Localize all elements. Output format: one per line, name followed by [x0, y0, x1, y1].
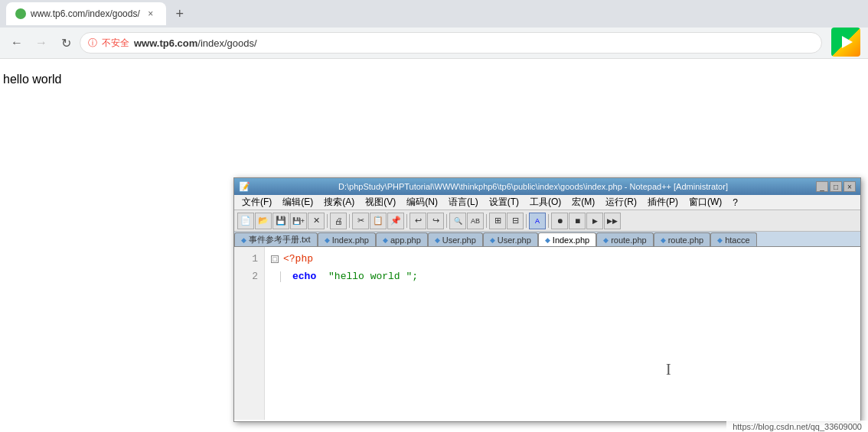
npp-tab-htaccess[interactable]: ◆ htacce	[710, 232, 756, 246]
tab-label-htaccess: htacce	[725, 235, 749, 245]
php-open-tag: <?php	[283, 250, 313, 268]
toolbar-cut[interactable]: ✂	[352, 213, 369, 229]
text-cursor: I	[666, 361, 671, 378]
toolbar-new[interactable]: 📄	[237, 213, 254, 229]
url-prefix: www.tp6.com	[134, 37, 197, 49]
toolbar-redo[interactable]: ↪	[427, 213, 444, 229]
toolbar-macro-rec[interactable]: ⏺	[551, 213, 568, 229]
toolbar-open[interactable]: 📂	[255, 213, 272, 229]
toolbar-zoom-out[interactable]: ⊟	[507, 213, 524, 229]
toolbar-save-all[interactable]: 💾+	[290, 213, 307, 229]
fold-line	[280, 271, 283, 282]
menu-language[interactable]: 语言(L)	[444, 196, 483, 209]
npp-tab-route1[interactable]: ◆ route.php	[596, 232, 653, 246]
extensions-area	[831, 28, 862, 58]
menu-run[interactable]: 运行(R)	[601, 196, 641, 209]
menu-plugins[interactable]: 插件(P)	[643, 196, 683, 209]
menu-help[interactable]: ?	[728, 197, 742, 208]
code-line-1: □ <?php	[271, 250, 854, 268]
tab-icon-htaccess: ◆	[717, 236, 723, 244]
toolbar-macro-play[interactable]: ▶	[586, 213, 603, 229]
tab-label-index1: Index.php	[332, 235, 369, 245]
tab-label-user1: User.php	[442, 235, 476, 245]
tab-icon-index1: ◆	[325, 236, 330, 244]
echo-keyword: echo	[292, 268, 316, 285]
toolbar-copy[interactable]: 📋	[370, 213, 387, 229]
line-number-2: 2	[240, 268, 258, 285]
menu-view[interactable]: 视图(V)	[361, 196, 400, 209]
page-content: hello world 📝 D:\phpStudy\PHPTutorial\WW…	[0, 59, 868, 432]
npp-tab-app[interactable]: ◆ app.php	[376, 232, 428, 246]
toolbar-sep6	[526, 214, 527, 228]
npp-code-area[interactable]: □ <?php echo "hello world ";	[265, 247, 860, 420]
toolbar-sep2	[349, 214, 350, 228]
toolbar-macro-stop[interactable]: ⏹	[569, 213, 586, 229]
toolbar-sep4	[446, 214, 447, 228]
npp-window-controls: _ □ ×	[816, 181, 856, 192]
tab-label-app: app.php	[390, 235, 421, 245]
browser-status-bar: https://blog.csdn.net/qq_33609000	[726, 421, 868, 432]
tab-icon-shijian: ◆	[241, 236, 246, 244]
hello-world-text: hello world	[0, 67, 868, 86]
tab-label-route1: route.php	[611, 235, 646, 245]
active-tab[interactable]: www.tp6.com/index/goods/ ×	[6, 2, 166, 25]
hello-string: "hello world ";	[328, 268, 418, 285]
tab-label-index2: Index.php	[553, 235, 589, 245]
toolbar-save[interactable]: 💾	[272, 213, 289, 229]
status-url: https://blog.csdn.net/qq_33609000	[733, 422, 862, 431]
tab-icon-route1: ◆	[603, 236, 609, 244]
npp-maximize-btn[interactable]: □	[830, 181, 842, 192]
toolbar-paste[interactable]: 📌	[387, 213, 404, 229]
menu-macro[interactable]: 宏(M)	[567, 196, 599, 209]
npp-title-icon: 📝	[239, 181, 250, 192]
toolbar-zoom-in[interactable]: ⊞	[489, 213, 506, 229]
toolbar-macro-run[interactable]: ▶▶	[604, 213, 621, 229]
npp-tab-index2[interactable]: ◆ Index.php	[538, 232, 596, 246]
npp-minimize-btn[interactable]: _	[816, 181, 828, 192]
menu-window[interactable]: 窗口(W)	[684, 196, 726, 209]
npp-title-bar: 📝 D:\phpStudy\PHPTutorial\WWW\thinkphp6\…	[234, 178, 860, 195]
npp-tab-user1[interactable]: ◆ User.php	[428, 232, 483, 246]
menu-tools[interactable]: 工具(O)	[525, 196, 566, 209]
menu-search[interactable]: 搜索(A)	[319, 196, 359, 209]
toolbar-highlight[interactable]: A	[529, 213, 546, 229]
fold-marker[interactable]: □	[271, 255, 279, 263]
tab-favicon	[15, 8, 26, 19]
npp-tabs-bar: ◆ 事件参考手册.txt ◆ Index.php ◆ app.php ◆ Use…	[234, 232, 860, 247]
browser-window: www.tp6.com/index/goods/ × + ← → ↻ ⓘ 不安全…	[0, 0, 868, 432]
npp-tab-route2[interactable]: ◆ route.php	[654, 232, 710, 246]
npp-tab-user2[interactable]: ◆ User.php	[483, 232, 538, 246]
back-button[interactable]: ←	[6, 32, 28, 54]
menu-file[interactable]: 文件(F)	[237, 196, 276, 209]
tab-label-shijian: 事件参考手册.txt	[249, 234, 311, 245]
code-line-2: echo "hello world ";	[271, 268, 854, 285]
npp-title-text: D:\phpStudy\PHPTutorial\WWW\thinkphp6\tp…	[338, 182, 728, 191]
menu-settings[interactable]: 设置(T)	[485, 196, 524, 209]
npp-tab-index1[interactable]: ◆ Index.php	[318, 232, 376, 246]
tab-icon-index2: ◆	[545, 236, 550, 244]
toolbar-print[interactable]: 🖨	[330, 213, 347, 229]
toolbar-undo[interactable]: ↩	[410, 213, 426, 229]
npp-line-numbers: 1 2	[234, 247, 265, 420]
new-tab-button[interactable]: +	[169, 3, 191, 24]
refresh-button[interactable]: ↻	[55, 32, 77, 54]
toolbar-sep1	[327, 214, 328, 228]
browser-chrome: www.tp6.com/index/goods/ × + ← → ↻ ⓘ 不安全…	[0, 0, 868, 59]
tencent-video-icon[interactable]	[831, 28, 862, 58]
toolbar-close[interactable]: ✕	[308, 213, 325, 229]
toolbar-sep3	[406, 214, 407, 228]
toolbar-find[interactable]: 🔍	[449, 213, 466, 229]
npp-close-btn[interactable]: ×	[844, 181, 856, 192]
forward-button[interactable]: →	[31, 32, 52, 54]
tab-icon-user1: ◆	[435, 236, 440, 244]
menu-edit[interactable]: 编辑(E)	[278, 196, 318, 209]
npp-menu-bar: 文件(F) 编辑(E) 搜索(A) 视图(V) 编码(N) 语言(L) 设置(T…	[234, 195, 860, 210]
npp-tab-shijian[interactable]: ◆ 事件参考手册.txt	[234, 232, 318, 246]
tab-close-btn[interactable]: ×	[145, 8, 157, 20]
tab-icon-user2: ◆	[490, 236, 495, 244]
address-bar[interactable]: ⓘ 不安全 www.tp6.com/index/goods/	[80, 32, 822, 54]
insecure-label: 不安全	[102, 37, 129, 50]
toolbar-replace[interactable]: AB	[467, 213, 484, 229]
line-number-1: 1	[240, 250, 258, 268]
menu-encoding[interactable]: 编码(N)	[402, 196, 442, 209]
